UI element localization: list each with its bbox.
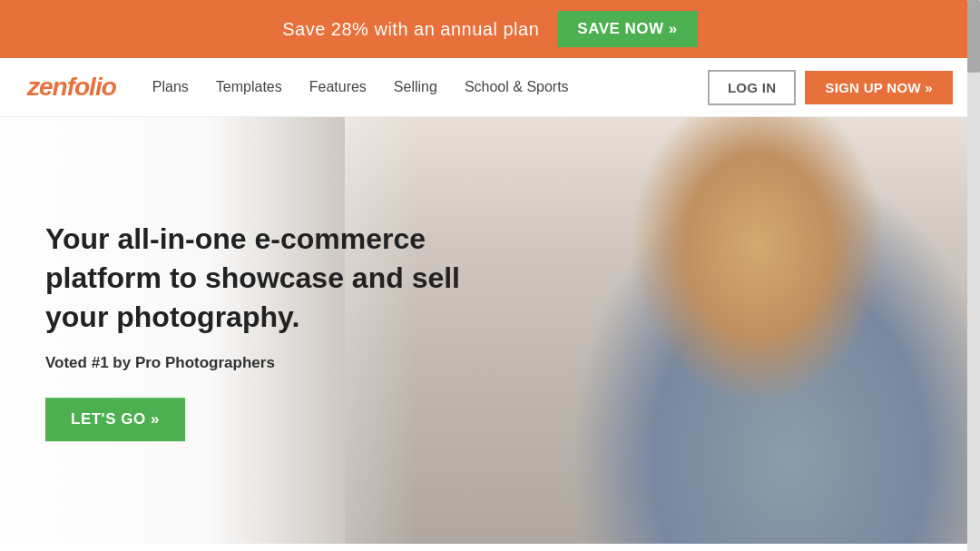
scrollbar-thumb[interactable] xyxy=(967,0,980,73)
signup-button[interactable]: SIGN UP NOW » xyxy=(805,71,953,104)
banner-text: Save 28% with an annual plan xyxy=(282,19,539,40)
login-button[interactable]: LOG IN xyxy=(708,70,796,105)
nav-item[interactable]: Features xyxy=(309,79,367,95)
nav-links: Plans Templates Features Selling School … xyxy=(152,79,708,95)
hero-subheading: Voted #1 by Pro Photographers xyxy=(45,354,517,372)
nav-item[interactable]: School & Sports xyxy=(465,79,569,95)
logo[interactable]: zenfolio xyxy=(27,73,116,102)
top-banner: Save 28% with an annual plan SAVE NOW » xyxy=(0,0,980,58)
save-now-button[interactable]: SAVE NOW » xyxy=(557,11,697,47)
navbar: zenfolio Plans Templates Features Sellin… xyxy=(0,58,980,117)
lets-go-button[interactable]: LET'S GO » xyxy=(45,398,185,441)
nav-right: LOG IN SIGN UP NOW » xyxy=(708,70,953,105)
hero-heading: Your all-in-one e-commerce platform to s… xyxy=(45,220,517,338)
hero-content: Your all-in-one e-commerce platform to s… xyxy=(45,220,517,441)
hero-section: Your all-in-one e-commerce platform to s… xyxy=(0,117,980,544)
nav-item[interactable]: Templates xyxy=(216,79,282,95)
scrollbar[interactable] xyxy=(967,0,980,544)
nav-item[interactable]: Selling xyxy=(394,79,437,95)
nav-item[interactable]: Plans xyxy=(152,79,189,95)
